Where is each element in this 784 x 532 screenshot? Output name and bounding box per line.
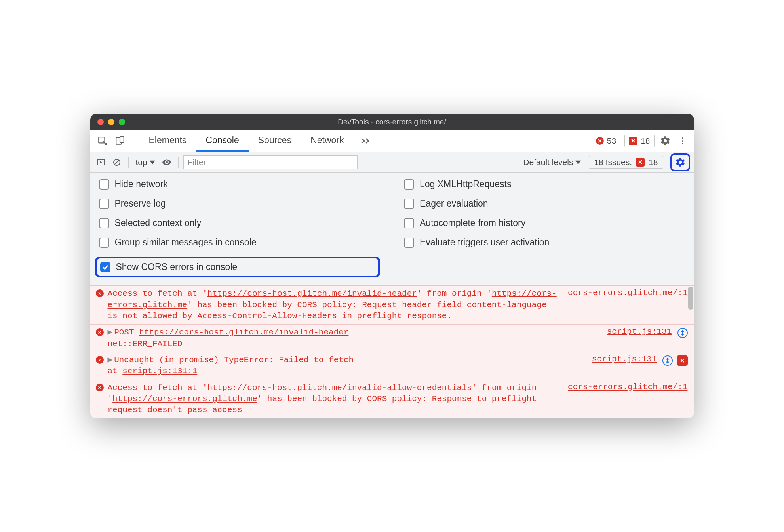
- log-entry[interactable]: ✕ ▶Uncaught (in promise) TypeError: Fail…: [90, 352, 694, 380]
- issue-badge-icon[interactable]: [677, 355, 688, 366]
- tab-console[interactable]: Console: [196, 130, 248, 152]
- checkbox-label: Preserve log: [115, 198, 166, 209]
- checkbox-icon: [99, 238, 109, 248]
- log-message: ▶POST https://cors-host.glitch.me/invali…: [105, 327, 599, 350]
- issues-label: 18 Issues:: [594, 158, 632, 167]
- tab-sources[interactable]: Sources: [249, 130, 301, 152]
- close-window-button[interactable]: [97, 119, 104, 125]
- log-levels-selector[interactable]: Default levels: [523, 158, 581, 167]
- checkbox-label: Hide network: [115, 179, 168, 190]
- log-source-link[interactable]: cors-errors.glitch.me/:1: [560, 382, 687, 416]
- checkbox-preserve-log[interactable]: Preserve log: [99, 198, 166, 209]
- panel-tabs: Elements Console Sources Network: [139, 130, 377, 152]
- checkbox-icon: [404, 199, 414, 209]
- tab-elements[interactable]: Elements: [139, 130, 196, 152]
- levels-label: Default levels: [523, 158, 573, 167]
- context-selector[interactable]: top: [133, 158, 158, 167]
- errors-count: 53: [607, 136, 616, 146]
- error-icon: ✕: [96, 356, 104, 364]
- checkbox-show-cors-errors[interactable]: Show CORS errors in console: [100, 262, 238, 272]
- checkbox-label: Autocomplete from history: [420, 218, 525, 228]
- titlebar: DevTools - cors-errors.glitch.me/: [90, 114, 694, 130]
- checkbox-label: Show CORS errors in console: [116, 262, 238, 272]
- console-settings-gear-highlighted[interactable]: [670, 153, 690, 171]
- error-icon: ✕: [96, 384, 104, 391]
- highlighted-setting: Show CORS errors in console: [95, 256, 381, 277]
- issues-badge[interactable]: ✕ 18: [624, 135, 654, 147]
- svg-rect-2: [120, 137, 124, 142]
- issues-count: 18: [641, 136, 650, 146]
- svg-point-5: [682, 143, 683, 144]
- checkbox-icon: [100, 262, 110, 272]
- issues-counter[interactable]: 18 Issues: ✕ 18: [589, 156, 663, 169]
- svg-point-4: [682, 140, 683, 142]
- log-message: Access to fetch at 'https://cors-host.gl…: [105, 382, 560, 416]
- log-message: ▶Uncaught (in promise) TypeError: Failed…: [105, 355, 584, 377]
- network-reveal-icon[interactable]: [677, 328, 688, 338]
- issue-icon: ✕: [629, 137, 637, 145]
- expand-triangle-icon[interactable]: ▶: [108, 328, 113, 337]
- svg-point-3: [682, 137, 683, 139]
- checkbox-label: Log XMLHttpRequests: [420, 179, 511, 190]
- live-expression-icon[interactable]: [160, 156, 173, 169]
- minimize-window-button[interactable]: [108, 119, 114, 125]
- console-toolbar: top Default levels 18 Issues: ✕ 18: [90, 152, 694, 173]
- checkbox-label: Group similar messages in console: [115, 237, 257, 248]
- log-source-link[interactable]: cors-errors.glitch.me/:1: [560, 288, 687, 322]
- checkbox-icon: [99, 218, 109, 228]
- toggle-drawer-icon[interactable]: [94, 156, 108, 169]
- issues-badge-count: 18: [649, 158, 658, 167]
- checkbox-hide-network[interactable]: Hide network: [99, 179, 168, 190]
- checkbox-log-xhr[interactable]: Log XMLHttpRequests: [404, 179, 511, 190]
- log-source-link[interactable]: script.js:131: [599, 327, 672, 350]
- checkbox-selected-context[interactable]: Selected context only: [99, 218, 202, 228]
- error-icon: ✕: [596, 137, 604, 145]
- tab-network[interactable]: Network: [301, 130, 353, 152]
- errors-badge[interactable]: ✕ 53: [592, 135, 620, 147]
- checkbox-autocomplete-history[interactable]: Autocomplete from history: [404, 218, 525, 228]
- separator: [178, 157, 179, 168]
- checkbox-label: Selected context only: [115, 218, 202, 228]
- checkbox-label: Eager evaluation: [420, 198, 488, 209]
- error-icon: ✕: [96, 289, 104, 297]
- separator: [128, 157, 129, 168]
- traffic-lights: [90, 119, 125, 125]
- maximize-window-button[interactable]: [119, 119, 125, 125]
- clear-console-icon[interactable]: [110, 156, 124, 169]
- checkbox-icon: [404, 179, 414, 190]
- issue-icon: ✕: [636, 158, 645, 167]
- console-log-area: ✕ Access to fetch at 'https://cors-host.…: [90, 286, 694, 418]
- checkbox-evaluate-triggers[interactable]: Evaluate triggers user activation: [404, 237, 549, 248]
- log-source-link[interactable]: script.js:131: [584, 355, 657, 377]
- log-entry[interactable]: ✕ Access to fetch at 'https://cors-host.…: [90, 286, 694, 325]
- checkbox-icon: [99, 179, 109, 190]
- error-icon: ✕: [96, 328, 104, 336]
- checkbox-eager-eval[interactable]: Eager evaluation: [404, 198, 488, 209]
- checkbox-icon: [99, 199, 109, 209]
- device-toolbar-icon[interactable]: [112, 133, 127, 148]
- checkbox-label: Evaluate triggers user activation: [420, 237, 549, 248]
- console-settings-panel: Hide network Log XMLHttpRequests Preserv…: [90, 173, 694, 286]
- more-options-icon[interactable]: [676, 134, 689, 148]
- filter-input[interactable]: [183, 155, 358, 169]
- panel-tabstrip: Elements Console Sources Network ✕ 53 ✕ …: [90, 130, 694, 152]
- checkbox-icon: [404, 218, 414, 228]
- inspect-element-icon[interactable]: [95, 133, 110, 148]
- tabs-overflow-button[interactable]: [354, 130, 377, 152]
- log-message: Access to fetch at 'https://cors-host.gl…: [105, 288, 560, 322]
- devtools-window: DevTools - cors-errors.glitch.me/ Elemen…: [90, 114, 694, 418]
- svg-line-8: [114, 160, 119, 165]
- log-entry[interactable]: ✕ Access to fetch at 'https://cors-host.…: [90, 380, 694, 418]
- expand-triangle-icon[interactable]: ▶: [108, 355, 113, 365]
- scrollbar[interactable]: [688, 287, 693, 310]
- context-label: top: [136, 158, 147, 167]
- window-title: DevTools - cors-errors.glitch.me/: [90, 118, 694, 126]
- log-entry[interactable]: ✕ ▶POST https://cors-host.glitch.me/inva…: [90, 325, 694, 352]
- checkbox-group-similar[interactable]: Group similar messages in console: [99, 237, 257, 248]
- settings-gear-icon[interactable]: [658, 134, 672, 148]
- network-reveal-icon[interactable]: [662, 355, 673, 366]
- checkbox-icon: [404, 238, 414, 248]
